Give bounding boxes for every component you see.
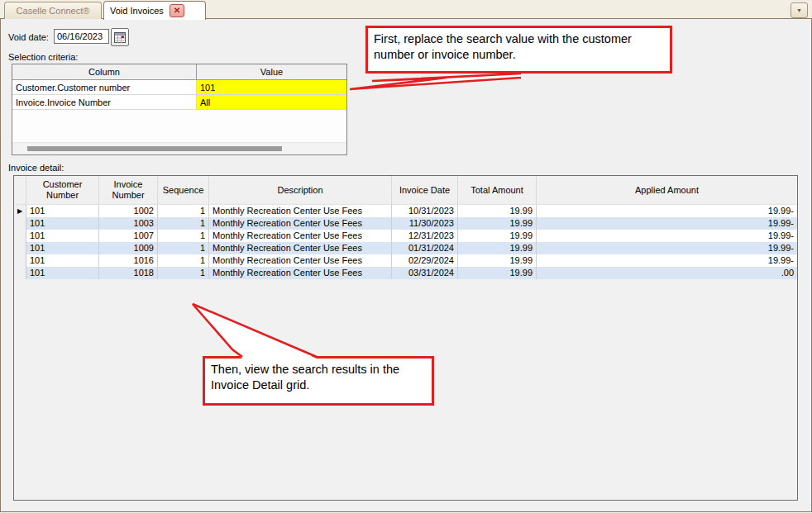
cell-sequence: 1 (158, 267, 209, 279)
criteria-column-cell: Customer.Customer number (12, 80, 197, 94)
chevron-down-icon: ▼ (796, 7, 802, 13)
col-header-total-amount[interactable]: Total Amount (458, 176, 537, 204)
cell-applied-amount: 19.99- (537, 242, 797, 254)
selection-grid-header: Column Value (12, 64, 346, 80)
row-selector-header (14, 176, 26, 204)
cell-invoice-date: 02/29/2024 (392, 254, 458, 267)
criteria-row: Invoice.Invoice Number All (12, 95, 346, 110)
cell-sequence: 1 (158, 254, 209, 267)
callout-invoice-detail: Then, view the search results in the Inv… (203, 356, 434, 406)
table-row[interactable]: ▶ 101 1002 1 Monthly Recreation Center U… (14, 205, 797, 217)
row-selector-cell (14, 217, 26, 230)
column-header-column[interactable]: Column (12, 64, 197, 79)
cell-invoice-number: 1007 (99, 230, 158, 242)
criteria-row: Customer.Customer number 101 (12, 80, 346, 95)
cell-invoice-date: 01/31/2024 (392, 242, 458, 254)
tab-label: Void Invoices (110, 6, 164, 16)
calendar-button[interactable] (111, 28, 129, 46)
table-row[interactable]: 101 1009 1 Monthly Recreation Center Use… (14, 242, 797, 254)
row-selector-icon: ▶ (14, 205, 26, 217)
invoice-grid-header: Customer Number Invoice Number Sequence … (14, 176, 797, 205)
table-row[interactable]: 101 1018 1 Monthly Recreation Center Use… (14, 267, 797, 279)
cell-customer-number: 101 (26, 267, 99, 279)
cell-invoice-date: 12/31/2023 (392, 230, 458, 242)
cell-applied-amount: 19.99- (537, 217, 797, 230)
row-selector-cell (14, 230, 26, 242)
calendar-icon (114, 32, 126, 43)
col-header-description[interactable]: Description (209, 176, 392, 204)
cell-customer-number: 101 (26, 242, 99, 254)
row-selector-cell (14, 267, 26, 279)
cell-sequence: 1 (158, 230, 209, 242)
cell-customer-number: 101 (26, 254, 99, 267)
window-menu-button[interactable]: ▼ (791, 2, 808, 18)
cell-invoice-number: 1002 (99, 205, 158, 217)
cell-invoice-number: 1016 (99, 254, 158, 267)
cell-total-amount: 19.99 (458, 267, 537, 279)
cell-description: Monthly Recreation Center Use Fees (209, 242, 392, 254)
cell-invoice-date: 03/31/2024 (392, 267, 458, 279)
col-header-applied-amount[interactable]: Applied Amount (537, 176, 797, 204)
cell-applied-amount: .00 (537, 267, 797, 279)
cell-customer-number: 101 (26, 205, 99, 217)
horizontal-scrollbar[interactable] (12, 142, 346, 154)
invoice-detail-grid: Customer Number Invoice Number Sequence … (13, 175, 798, 501)
table-row[interactable]: 101 1016 1 Monthly Recreation Center Use… (14, 254, 797, 267)
cell-total-amount: 19.99 (458, 254, 537, 267)
criteria-column-cell: Invoice.Invoice Number (12, 95, 197, 109)
tab-label: Caselle Connect® (17, 6, 90, 16)
selection-criteria-grid: Column Value Customer.Customer number 10… (12, 64, 347, 155)
cell-invoice-number: 1009 (99, 242, 158, 254)
cell-description: Monthly Recreation Center Use Fees (209, 205, 392, 217)
invoice-detail-label: Invoice detail: (8, 163, 64, 173)
col-header-sequence[interactable]: Sequence (158, 176, 209, 204)
cell-total-amount: 19.99 (458, 205, 537, 217)
cell-sequence: 1 (158, 242, 209, 254)
column-header-value[interactable]: Value (197, 64, 346, 79)
cell-description: Monthly Recreation Center Use Fees (209, 254, 392, 267)
cell-sequence: 1 (158, 205, 209, 217)
table-row[interactable]: 101 1003 1 Monthly Recreation Center Use… (14, 217, 797, 230)
callout-search-value: First, replace the search value with the… (365, 26, 672, 74)
scrollbar-thumb[interactable] (27, 146, 282, 151)
row-selector-cell (14, 254, 26, 267)
cell-applied-amount: 19.99- (537, 254, 797, 267)
cell-customer-number: 101 (26, 217, 99, 230)
close-tab-icon[interactable]: ✕ (170, 4, 184, 17)
table-row[interactable]: 101 1007 1 Monthly Recreation Center Use… (14, 230, 797, 242)
col-header-invoice-number[interactable]: Invoice Number (99, 176, 158, 204)
cell-total-amount: 19.99 (458, 217, 537, 230)
cell-applied-amount: 19.99- (537, 205, 797, 217)
cell-invoice-date: 11/30/2023 (392, 217, 458, 230)
cell-invoice-number: 1018 (99, 267, 158, 279)
cell-invoice-number: 1003 (99, 217, 158, 230)
row-selector-cell (14, 242, 26, 254)
void-date-label: Void date: (8, 32, 49, 42)
cell-total-amount: 19.99 (458, 242, 537, 254)
col-header-customer-number[interactable]: Customer Number (26, 176, 99, 204)
cell-invoice-date: 10/31/2023 (392, 205, 458, 217)
criteria-value-cell[interactable]: 101 (197, 80, 346, 94)
cell-total-amount: 19.99 (458, 230, 537, 242)
criteria-value-cell[interactable]: All (197, 95, 346, 109)
cell-description: Monthly Recreation Center Use Fees (209, 230, 392, 242)
selection-criteria-label: Selection criteria: (8, 52, 78, 62)
tab-caselle-connect[interactable]: Caselle Connect® (4, 2, 102, 19)
cell-sequence: 1 (158, 217, 209, 230)
cell-applied-amount: 19.99- (537, 230, 797, 242)
cell-description: Monthly Recreation Center Use Fees (209, 267, 392, 279)
cell-customer-number: 101 (26, 230, 99, 242)
col-header-invoice-date[interactable]: Invoice Date (392, 176, 458, 204)
cell-description: Monthly Recreation Center Use Fees (209, 217, 392, 230)
tab-void-invoices[interactable]: Void Invoices ✕ (103, 1, 206, 20)
void-date-input[interactable] (54, 29, 109, 44)
